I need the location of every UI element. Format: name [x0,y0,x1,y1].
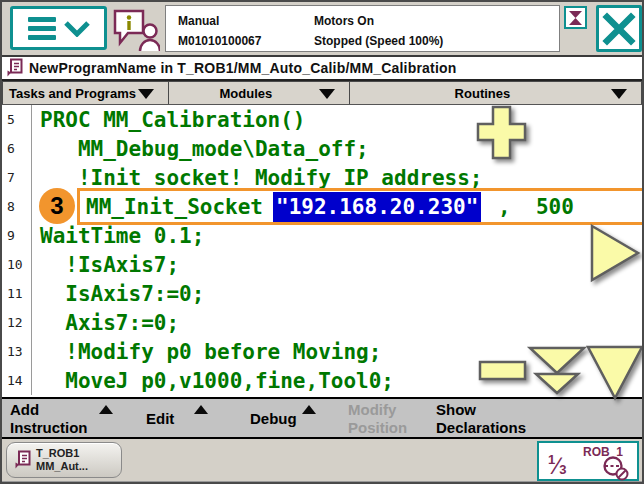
code-line[interactable]: 12 Axis7:=0; [2,308,642,337]
debug-button[interactable]: Debug [250,410,297,428]
breadcrumb: NewProgramName in T_ROB1/MM_Auto_Calib/M… [2,57,642,81]
controller-status-panel[interactable]: Manual M01010100067 Motors On Stopped (S… [165,5,560,52]
dropdown-arrow-icon [319,89,335,99]
execution-state: Stopped (Speed 100%) [314,31,443,51]
show-declarations-button[interactable]: Show Declarations [436,401,541,437]
system-id: M01010100067 [178,31,261,51]
code-line[interactable]: 13 !Modify p0 before Moving; [2,337,642,366]
task-window-button[interactable]: T_ROB1 MM_Aut... [6,442,122,478]
code-editor: 5 PROC MM_Calibration() 6 MM_Debug_mode\… [2,105,642,397]
code-line-highlighted[interactable]: 8 3 MM_Init_Socket "192.168.20.230" , 50… [2,192,642,221]
modules-dropdown[interactable]: Modules [169,81,350,104]
annotation-step-badge: 3 [39,188,75,224]
motors-state: Motors On [314,11,443,31]
editor-toolbar: Add Instruction Edit Debug Modify Positi… [2,397,642,439]
edit-button[interactable]: Edit [146,410,174,428]
tasks-and-programs-dropdown[interactable]: Tasks and Programs [2,81,169,104]
close-button[interactable] [596,5,642,52]
modify-position-button: Modify Position [348,401,418,437]
quickset-panel[interactable]: ROB_1 1∕3 [537,441,639,481]
dropdown-arrow-icon [611,89,627,99]
operating-mode: Manual [178,11,261,31]
code-line[interactable]: 10 !IsAxis7; [2,250,642,279]
program-document-icon [14,450,31,470]
menu-up-arrow-icon [302,405,316,414]
add-instruction-button[interactable]: Add Instruction [10,401,102,437]
highlighted-instruction[interactable]: MM_Init_Socket "192.168.20.230" , 500 [77,188,644,225]
menu-up-arrow-icon [99,405,113,414]
editor-menu-row: Tasks and Programs Modules Routines [2,81,642,105]
routines-dropdown[interactable]: Routines [350,81,642,104]
page-indicator: 1∕3 [548,452,566,480]
chevron-down-icon [64,20,90,37]
code-line[interactable]: 6 MM_Debug_mode\Data_off; [2,134,642,163]
code-line[interactable]: 5 PROC MM_Calibration() [2,105,642,134]
module-name: MM_Aut... [36,460,88,472]
status-bar: Manual M01010100067 Motors On Stopped (S… [2,2,642,57]
jog-wheel-disabled-icon [602,455,629,484]
code-line[interactable]: 9 WaitTime 0.1; [2,221,642,250]
code-line[interactable]: 11 IsAxis7:=0; [2,279,642,308]
close-icon [600,10,638,48]
code-line[interactable]: 14 MoveJ p0,v1000,fine,Tool0; [2,366,642,395]
hourglass-icon [564,6,587,29]
flexpendant-screen: Manual M01010100067 Motors On Stopped (S… [0,0,644,484]
task-name: T_ROB1 [36,447,79,459]
selected-argument[interactable]: "192.168.20.230" [273,192,481,222]
main-menu-button[interactable] [10,6,107,50]
menu-up-arrow-icon [194,405,208,414]
program-path: NewProgramName in T_ROB1/MM_Auto_Calib/M… [29,60,457,76]
taskbar: T_ROB1 MM_Aut... ROB_1 1∕3 [2,439,642,481]
hamburger-icon [28,17,56,40]
dropdown-arrow-icon [138,89,154,99]
program-document-icon [6,58,23,78]
operator-message-icon[interactable] [112,8,160,56]
